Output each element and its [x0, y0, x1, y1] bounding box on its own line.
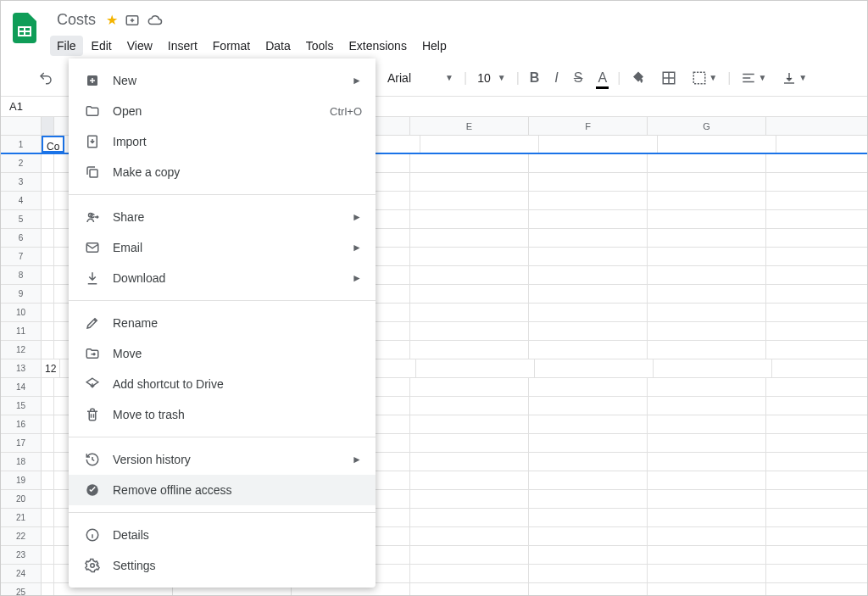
cell[interactable]: [648, 453, 766, 471]
cell[interactable]: [648, 471, 766, 489]
cell[interactable]: [529, 154, 648, 172]
cloud-status-icon[interactable]: [147, 13, 164, 28]
cell[interactable]: [410, 546, 529, 564]
cell[interactable]: [648, 304, 766, 321]
file-menu-add-shortcut-to-drive[interactable]: Add shortcut to Drive: [69, 369, 376, 399]
cell[interactable]: [648, 565, 766, 582]
cell[interactable]: [529, 378, 648, 396]
cell[interactable]: [654, 359, 772, 377]
cell[interactable]: [648, 415, 766, 433]
cell[interactable]: [410, 453, 529, 471]
cell[interactable]: [648, 509, 766, 526]
cell[interactable]: [648, 546, 766, 564]
cell[interactable]: [648, 527, 766, 545]
cell[interactable]: [529, 471, 648, 489]
cell[interactable]: [529, 248, 648, 265]
row-header[interactable]: 22: [1, 527, 42, 545]
cell[interactable]: [648, 192, 766, 209]
cell[interactable]: [529, 397, 648, 415]
cell[interactable]: [648, 173, 766, 191]
cell[interactable]: [42, 434, 54, 452]
menu-extensions[interactable]: Extensions: [342, 36, 413, 56]
row-header[interactable]: 14: [1, 378, 42, 396]
cell[interactable]: [539, 136, 658, 153]
cell[interactable]: [42, 565, 54, 582]
cell[interactable]: [648, 154, 766, 172]
file-menu-import[interactable]: Import: [69, 126, 376, 157]
cell[interactable]: Co: [42, 136, 64, 153]
cell[interactable]: [42, 546, 54, 564]
file-menu-new[interactable]: New►: [69, 65, 376, 96]
cell[interactable]: [410, 583, 529, 596]
cell[interactable]: [42, 490, 54, 508]
col-header[interactable]: E: [410, 117, 529, 135]
cell[interactable]: [648, 248, 766, 265]
doc-title[interactable]: Costs: [53, 9, 99, 31]
row-header[interactable]: 19: [1, 471, 42, 489]
cell[interactable]: [648, 490, 766, 508]
cell[interactable]: [529, 509, 648, 526]
cell[interactable]: [648, 434, 766, 452]
cell[interactable]: [410, 285, 529, 303]
cell[interactable]: [529, 210, 648, 228]
file-menu-open[interactable]: OpenCtrl+O: [69, 96, 376, 126]
cell[interactable]: [529, 322, 648, 340]
cell[interactable]: [42, 527, 54, 545]
cell[interactable]: [529, 565, 648, 582]
cell[interactable]: [529, 415, 648, 433]
row-header[interactable]: 9: [1, 285, 42, 303]
cell[interactable]: [42, 192, 54, 209]
row-header[interactable]: 24: [1, 565, 42, 582]
cell[interactable]: [648, 229, 766, 247]
row-header[interactable]: 10: [1, 304, 42, 321]
cell[interactable]: [410, 173, 529, 191]
file-menu-move[interactable]: Move: [69, 338, 376, 369]
cell[interactable]: [648, 378, 766, 396]
cell[interactable]: [410, 248, 529, 265]
cell[interactable]: [529, 341, 648, 359]
row-header[interactable]: 17: [1, 434, 42, 452]
strikethrough-button[interactable]: S: [569, 67, 588, 89]
file-menu-make-a-copy[interactable]: Make a copy: [69, 157, 376, 187]
cell[interactable]: [410, 304, 529, 321]
bold-button[interactable]: B: [525, 67, 545, 89]
row-header[interactable]: 3: [1, 173, 42, 191]
cell[interactable]: [529, 266, 648, 284]
cell[interactable]: [42, 304, 54, 321]
menu-format[interactable]: Format: [206, 36, 257, 56]
cell[interactable]: [535, 359, 654, 377]
cell[interactable]: [410, 565, 529, 582]
cell[interactable]: [410, 322, 529, 340]
cell[interactable]: [42, 322, 54, 340]
cell[interactable]: [648, 210, 766, 228]
cell[interactable]: [648, 341, 766, 359]
cell[interactable]: [648, 285, 766, 303]
file-menu-download[interactable]: Download►: [69, 263, 376, 293]
row-header[interactable]: 18: [1, 453, 42, 471]
cell[interactable]: [410, 397, 529, 415]
cell[interactable]: [529, 229, 648, 247]
menu-help[interactable]: Help: [415, 36, 453, 56]
cell[interactable]: [42, 415, 54, 433]
row-header[interactable]: 11: [1, 322, 42, 340]
cell[interactable]: [648, 583, 766, 596]
cell[interactable]: [529, 453, 648, 471]
file-menu-remove-offline-access[interactable]: Remove offline access: [69, 475, 376, 505]
file-menu-move-to-trash[interactable]: Move to trash: [69, 399, 376, 430]
italic-button[interactable]: I: [549, 67, 563, 89]
cell[interactable]: [658, 136, 776, 153]
horizontal-align-button[interactable]: ▼: [736, 67, 771, 89]
row-header[interactable]: 25: [1, 583, 42, 596]
cell[interactable]: [648, 397, 766, 415]
cell[interactable]: [410, 210, 529, 228]
cell[interactable]: [529, 490, 648, 508]
file-menu-rename[interactable]: Rename: [69, 308, 376, 338]
font-size-selector[interactable]: 10 ▼: [472, 70, 510, 86]
cell[interactable]: [42, 453, 54, 471]
row-header[interactable]: 20: [1, 490, 42, 508]
cell[interactable]: [410, 527, 529, 545]
cell[interactable]: [648, 266, 766, 284]
cell[interactable]: [529, 583, 648, 596]
cell[interactable]: [42, 471, 54, 489]
cell[interactable]: [42, 154, 54, 172]
